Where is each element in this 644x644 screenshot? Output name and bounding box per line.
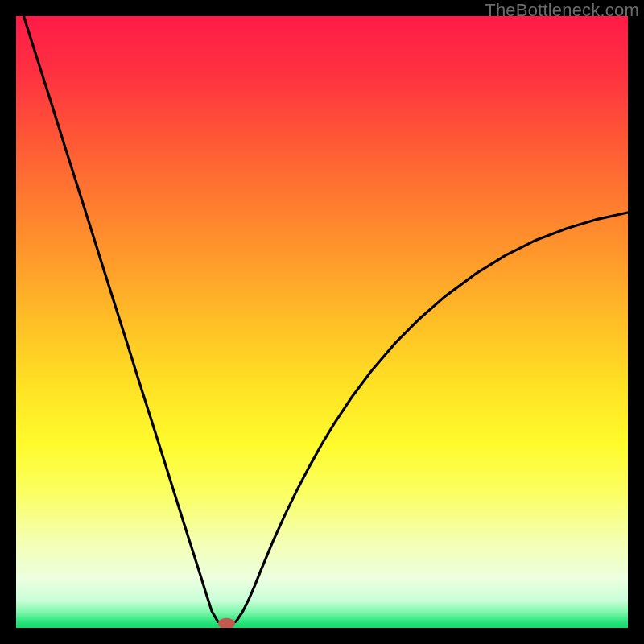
chart-frame: [16, 16, 628, 628]
bottleneck-chart-canvas: [16, 16, 628, 628]
watermark-text: TheBottleneck.com: [485, 0, 639, 21]
